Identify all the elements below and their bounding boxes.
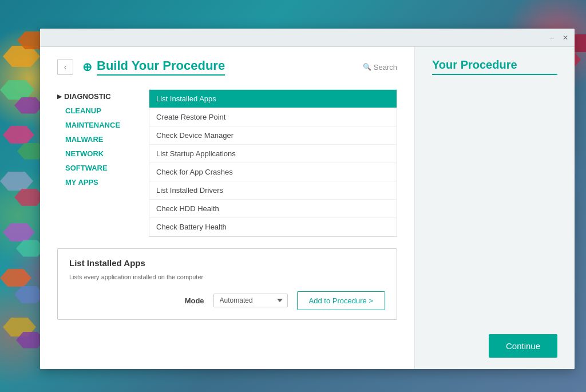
hex-shape xyxy=(0,269,31,287)
hex-shape xyxy=(3,126,34,144)
detail-actions: Mode AutomatedManualSemi-Automated Add t… xyxy=(69,291,385,310)
window-controls: – ✕ xyxy=(547,33,570,42)
sidebar-item-malware[interactable]: MALWARE xyxy=(57,132,137,146)
detail-description: Lists every application installed on the… xyxy=(69,272,385,282)
app-list-item-check-hdd-health[interactable]: Check HDD Health xyxy=(149,200,397,218)
sidebar-item-software[interactable]: SOFTWARE xyxy=(57,161,137,175)
hex-shape xyxy=(3,223,35,241)
panel-header: ‹ ⊕ Build Your Procedure 🔍 Search xyxy=(57,58,397,76)
app-list-item-list-installed-drivers[interactable]: List Installed Drivers xyxy=(149,181,397,200)
app-list: List Installed AppsCreate Restore PointC… xyxy=(149,90,397,236)
categories-list: DIAGNOSTICCLEANUPMAINTENANCEMALWARENETWO… xyxy=(57,89,137,237)
add-to-procedure-button[interactable]: Add to Procedure > xyxy=(297,291,385,310)
title-bar: – ✕ xyxy=(40,29,575,47)
main-window: – ✕ ‹ ⊕ Build Your Procedure 🔍 Search xyxy=(40,29,575,369)
app-list-item-create-restore-point[interactable]: Create Restore Point xyxy=(149,108,397,126)
main-content: DIAGNOSTICCLEANUPMAINTENANCEMALWARENETWO… xyxy=(57,89,397,237)
panel-title: Build Your Procedure xyxy=(97,58,225,76)
continue-button[interactable]: Continue xyxy=(489,334,557,358)
hex-shape xyxy=(14,97,43,114)
app-list-item-check-battery-health[interactable]: Check Battery Health xyxy=(149,218,397,236)
right-panel-title: Your Procedure xyxy=(432,58,557,75)
plus-icon: ⊕ xyxy=(82,60,92,74)
close-button[interactable]: ✕ xyxy=(561,33,570,42)
content-area: ‹ ⊕ Build Your Procedure 🔍 Search DIAGNO… xyxy=(40,47,575,369)
app-list-item-check-app-crashes[interactable]: Check for App Crashes xyxy=(149,163,397,181)
hex-shape xyxy=(3,318,36,336)
minimize-button[interactable]: – xyxy=(547,33,556,42)
panel-title-area: ⊕ Build Your Procedure xyxy=(82,58,354,76)
mode-select[interactable]: AutomatedManualSemi-Automated xyxy=(213,294,288,307)
sidebar-item-diagnostic[interactable]: DIAGNOSTIC xyxy=(57,89,137,104)
app-list-item-list-startup-apps[interactable]: List Startup Applications xyxy=(149,145,397,163)
procedure-content xyxy=(432,86,557,334)
sidebar-item-cleanup[interactable]: CLEANUP xyxy=(57,104,137,118)
mode-label: Mode xyxy=(185,296,204,305)
sidebar-item-maintenance[interactable]: MAINTENANCE xyxy=(57,118,137,132)
detail-title: List Installed Apps xyxy=(69,258,385,268)
sidebar-item-network[interactable]: NETWORK xyxy=(57,146,137,161)
search-box[interactable]: 🔍 Search xyxy=(363,63,397,72)
sidebar-item-my-apps[interactable]: MY APPS xyxy=(57,175,137,189)
app-list-container: List Installed AppsCreate Restore PointC… xyxy=(149,89,397,237)
left-panel: ‹ ⊕ Build Your Procedure 🔍 Search DIAGNO… xyxy=(40,47,414,369)
hex-shape xyxy=(3,46,40,67)
search-icon: 🔍 xyxy=(363,63,371,71)
back-button[interactable]: ‹ xyxy=(57,59,73,75)
hex-shape xyxy=(0,172,33,191)
app-list-item-list-installed-apps[interactable]: List Installed Apps xyxy=(149,90,397,108)
app-list-item-check-device-manager[interactable]: Check Device Manager xyxy=(149,126,397,145)
right-panel: Your Procedure Continue xyxy=(414,47,575,369)
hex-shape xyxy=(0,80,34,100)
right-bottom: Continue xyxy=(432,334,557,358)
detail-panel: List Installed Apps Lists every applicat… xyxy=(57,248,397,320)
search-label: Search xyxy=(374,63,397,72)
